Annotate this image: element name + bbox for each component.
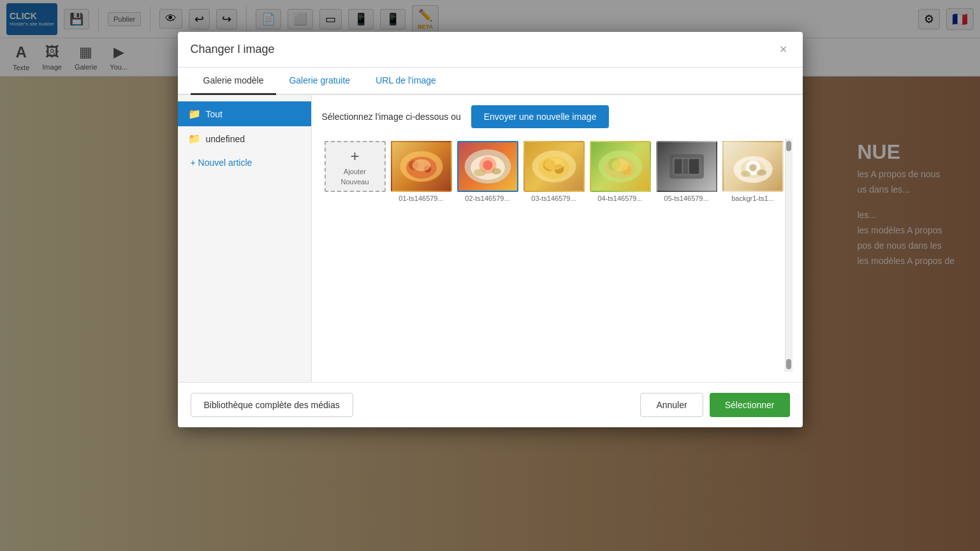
new-article-label: + Nouvel article: [191, 158, 252, 168]
list-item[interactable]: backgr1-ts1...: [722, 141, 784, 202]
sidebar-label-tout: Tout: [206, 109, 223, 119]
cancel-button[interactable]: Annuler: [640, 393, 703, 417]
image-label-2: 02-ts146579...: [465, 195, 509, 202]
scrollbar[interactable]: [785, 138, 793, 372]
image-label-4: 04-ts146579...: [597, 195, 642, 202]
upload-bar: Sélectionnez l'image ci-dessous ou Envoy…: [322, 105, 793, 128]
media-library-button[interactable]: Bibliothèque complète des médias: [191, 393, 353, 417]
svg-rect-24: [683, 159, 688, 174]
image-label-3: 03-ts146579...: [531, 195, 576, 202]
image-label-5: 05-ts146579...: [664, 195, 708, 202]
modal-footer: Bibliothèque complète des médias Annuler…: [178, 382, 803, 427]
svg-rect-25: [689, 159, 698, 174]
modal-title: Changer l image: [191, 43, 275, 56]
sidebar-new-article[interactable]: + Nouvel article: [178, 151, 311, 174]
image-thumb-4[interactable]: [590, 141, 651, 192]
image-thumb-6[interactable]: [722, 141, 784, 192]
svg-point-4: [412, 159, 430, 172]
folder-icon-tout: 📁: [188, 108, 201, 120]
image-thumb-1[interactable]: [391, 141, 452, 192]
food-svg-2: [458, 141, 517, 192]
folder-icon-undefined: 📁: [188, 133, 201, 145]
image-grid-wrapper: + Ajouter Nouveau: [322, 138, 793, 372]
modal-tabs: Galerie modèle Galerie gratuite URL de l…: [178, 68, 803, 95]
modal-close-button[interactable]: ×: [777, 42, 790, 57]
image-thumb-2[interactable]: [457, 141, 518, 192]
modal-content: Sélectionnez l'image ci-dessous ou Envoy…: [312, 95, 803, 382]
scroll-handle-bottom[interactable]: [786, 359, 791, 369]
modal-body: 📁 Tout 📁 undefined + Nouvel article Séle…: [178, 95, 803, 382]
image-thumb-3[interactable]: [523, 141, 585, 192]
svg-point-20: [611, 159, 629, 172]
svg-point-30: [740, 171, 750, 177]
svg-point-10: [491, 168, 501, 175]
tab-url-image[interactable]: URL de l'image: [363, 68, 449, 95]
svg-point-9: [473, 169, 485, 177]
plus-icon: +: [350, 147, 359, 165]
food-svg-5: [657, 141, 716, 192]
svg-point-15: [544, 158, 564, 170]
food-svg-1: [392, 141, 451, 192]
tab-galerie-modele[interactable]: Galerie modèle: [191, 68, 277, 95]
select-button[interactable]: Sélectionner: [710, 393, 790, 417]
image-label-6: backgr1-ts1...: [731, 195, 774, 202]
upload-button[interactable]: Envoyer une nouvelle image: [471, 105, 610, 128]
sidebar-item-tout[interactable]: 📁 Tout: [178, 101, 311, 126]
modal-overlay: Changer l image × Galerie modèle Galerie…: [0, 0, 980, 551]
svg-point-29: [749, 164, 757, 172]
scroll-handle-top[interactable]: [786, 141, 791, 151]
change-image-modal: Changer l image × Galerie modèle Galerie…: [178, 32, 803, 427]
food-svg-3: [525, 141, 583, 192]
svg-rect-23: [674, 159, 682, 174]
svg-point-8: [483, 160, 492, 170]
image-label-1: 01-ts146579...: [399, 195, 443, 202]
modal-header: Changer l image ×: [178, 32, 803, 68]
list-item[interactable]: 05-ts146579...: [656, 141, 717, 202]
tab-galerie-gratuite[interactable]: Galerie gratuite: [276, 68, 363, 95]
image-thumb-5[interactable]: [656, 141, 717, 192]
add-label: Ajouter: [344, 168, 366, 175]
food-svg-4: [591, 141, 650, 192]
add-new-thumb[interactable]: + Ajouter Nouveau: [325, 141, 386, 192]
list-item[interactable]: 01-ts146579...: [391, 141, 452, 202]
svg-point-31: [756, 170, 766, 176]
modal-sidebar: 📁 Tout 📁 undefined + Nouvel article: [178, 95, 312, 382]
food-svg-6: [724, 141, 782, 192]
list-item[interactable]: 04-ts146579...: [590, 141, 651, 202]
sidebar-item-undefined[interactable]: 📁 undefined: [178, 126, 311, 151]
list-item[interactable]: 03-ts146579...: [523, 141, 585, 202]
add-new-item[interactable]: + Ajouter Nouveau: [325, 141, 386, 202]
footer-action-buttons: Annuler Sélectionner: [640, 393, 789, 417]
sidebar-label-undefined: undefined: [206, 134, 245, 144]
image-grid: + Ajouter Nouveau: [322, 138, 793, 205]
list-item[interactable]: 02-ts146579...: [457, 141, 518, 202]
select-text: Sélectionnez l'image ci-dessous ou: [322, 112, 461, 122]
nouveau-label: Nouveau: [340, 178, 369, 186]
